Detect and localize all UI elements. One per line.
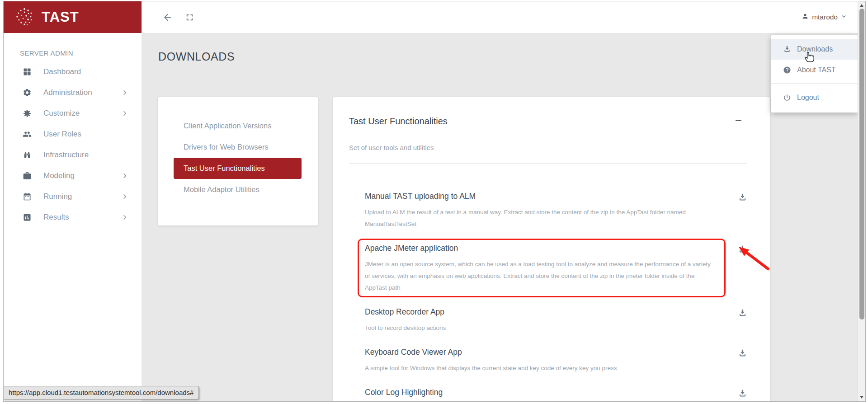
sidebar-item-customize[interactable]: Customize <box>4 103 142 124</box>
menu-item-label: About TAST <box>797 66 836 74</box>
download-item-color-log-highlighting: Color Log Highlighting A Notepad++ file … <box>365 388 747 402</box>
category-mobile-adaptor-utilities[interactable]: Mobile Adaptor Utilities <box>174 179 302 200</box>
scroll-up-arrow-icon[interactable] <box>860 4 863 7</box>
gear-icon <box>23 88 32 97</box>
users-icon <box>23 130 32 139</box>
download-item-description: A simple tool for Windows that displays … <box>365 362 713 374</box>
briefcase-icon <box>23 171 32 180</box>
download-item-title: Color Log Highlighting <box>365 388 719 397</box>
downloads-panel: Tast User Functionalities − Set of user … <box>333 97 770 402</box>
download-button[interactable] <box>737 308 747 319</box>
download-button[interactable] <box>737 244 747 255</box>
download-icon <box>783 45 791 53</box>
sidebar-item-label: Results <box>43 213 122 222</box>
collapse-panel-button[interactable]: − <box>735 116 742 125</box>
divider <box>771 83 858 84</box>
sidebar-item-results[interactable]: Results <box>4 207 142 228</box>
fullscreen-icon <box>184 12 195 23</box>
vertical-scrollbar <box>858 1 865 401</box>
download-icon <box>738 308 747 318</box>
fullscreen-button[interactable] <box>184 12 195 23</box>
bar-chart-icon <box>23 213 32 222</box>
sidebar-item-label: Dashboard <box>43 67 128 76</box>
download-item-manual-tast-alm: Manual TAST uploading to ALM Upload to A… <box>365 192 747 230</box>
download-item-title: Manual TAST uploading to ALM <box>365 192 719 201</box>
chevron-right-icon <box>122 110 128 117</box>
download-icon <box>738 244 747 254</box>
category-tast-user-functionalities[interactable]: Tast User Functionalities <box>174 158 302 179</box>
scrollbar-thumb[interactable] <box>859 9 864 319</box>
dotted-globe-icon <box>14 6 34 28</box>
download-item-desktop-recorder: Desktop Recorder App Tool to record desk… <box>365 307 747 334</box>
browser-status-url: https://app.cloud1.testautomationsystemt… <box>4 386 199 399</box>
download-item-description: Upload to ALM the result of a test in a … <box>365 207 713 230</box>
panel-subtitle: Set of user tools and utilities <box>349 144 747 151</box>
user-menu-button[interactable]: mtarodo <box>802 13 847 22</box>
topbar: mtarodo <box>142 1 858 33</box>
back-button[interactable] <box>162 12 173 23</box>
download-icon <box>738 389 747 398</box>
sidebar-item-label: Administration <box>43 88 122 97</box>
calendar-icon <box>23 192 32 201</box>
panel-title: Tast User Functionalities <box>349 116 448 127</box>
user-dropdown-menu: Downloads About TAST Logout <box>771 35 858 113</box>
sidebar-section-label: SERVER ADMIN <box>20 49 142 57</box>
sidebar-item-label: Infrastructure <box>43 150 128 160</box>
sidebar-item-modeling[interactable]: Modeling <box>4 165 142 186</box>
chevron-right-icon <box>122 214 128 221</box>
username: mtarodo <box>812 13 838 21</box>
sidebar-item-dashboard[interactable]: Dashboard <box>4 61 142 82</box>
sidebar: TAST SERVER ADMIN Dashboard Administrati… <box>4 1 142 401</box>
sidebar-item-user-roles[interactable]: User Roles <box>4 124 142 145</box>
scroll-down-arrow-icon[interactable] <box>860 396 863 399</box>
dashboard-grid-icon <box>23 67 32 76</box>
download-item-title: Desktop Recorder App <box>365 307 719 317</box>
sidebar-item-label: Running <box>43 192 122 201</box>
brand-name: TAST <box>42 9 79 25</box>
arrow-left-icon <box>162 12 173 23</box>
download-button[interactable] <box>737 348 747 359</box>
chevron-right-icon <box>122 193 128 200</box>
download-item-description: JMeter is an open source system, which c… <box>365 258 713 294</box>
menu-item-about-tast[interactable]: About TAST <box>771 60 858 80</box>
download-item-description: Tool to record desktop actions <box>365 322 713 334</box>
sidebar-item-label: User Roles <box>43 130 128 139</box>
download-categories-card: Client Application Versions Drivers for … <box>158 97 318 225</box>
power-icon <box>783 94 791 102</box>
download-icon <box>738 193 747 202</box>
download-item-keyboard-code-viewer: Keyboard Code Viewer App A simple tool f… <box>365 348 747 374</box>
download-item-title: Apache JMeter application <box>365 244 719 253</box>
download-list: Manual TAST uploading to ALM Upload to A… <box>349 164 747 402</box>
download-button[interactable] <box>737 389 747 399</box>
app-window: TAST SERVER ADMIN Dashboard Administrati… <box>3 1 866 402</box>
cog-icon <box>23 109 32 118</box>
menu-item-label: Downloads <box>797 45 833 53</box>
page-title: DOWNLOADS <box>158 50 235 63</box>
category-drivers-for-web-browsers[interactable]: Drivers for Web Browsers <box>174 136 302 158</box>
chevron-right-icon <box>122 173 128 179</box>
download-icon <box>738 348 747 358</box>
person-icon <box>802 13 809 22</box>
binoculars-icon <box>23 150 32 160</box>
main-content: DOWNLOADS Client Application Versions Dr… <box>142 33 858 401</box>
chevron-down-icon <box>841 13 847 21</box>
sidebar-item-administration[interactable]: Administration <box>4 82 142 103</box>
sidebar-item-running[interactable]: Running <box>4 186 142 207</box>
download-button[interactable] <box>737 193 747 203</box>
menu-item-downloads[interactable]: Downloads <box>771 39 858 60</box>
chevron-right-icon <box>122 89 128 96</box>
download-item-title: Keyboard Code Viewer App <box>365 348 719 357</box>
help-circle-icon <box>783 66 791 74</box>
menu-item-label: Logout <box>797 94 819 102</box>
download-item-apache-jmeter: Apache JMeter application JMeter is an o… <box>365 244 747 294</box>
category-client-application-versions[interactable]: Client Application Versions <box>174 115 302 136</box>
sidebar-item-label: Customize <box>43 109 122 118</box>
menu-item-logout[interactable]: Logout <box>771 87 858 108</box>
sidebar-item-label: Modeling <box>43 171 122 180</box>
sidebar-item-infrastructure[interactable]: Infrastructure <box>4 145 142 165</box>
brand-logo[interactable]: TAST <box>4 1 142 33</box>
